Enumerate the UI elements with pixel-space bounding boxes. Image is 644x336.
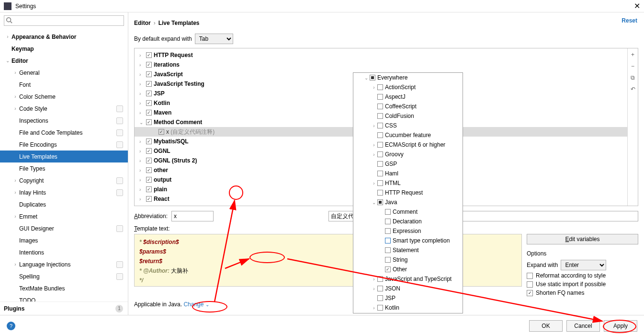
- sidebar-item-gui-designer[interactable]: GUI Designer: [0, 222, 128, 234]
- reformat-checkbox[interactable]: [527, 273, 533, 279]
- context-item-smart-type-completion[interactable]: Smart type completion: [353, 236, 463, 245]
- shorten-fq-checkbox[interactable]: [527, 290, 533, 296]
- template-checkbox[interactable]: [146, 196, 152, 202]
- template-checkbox[interactable]: [146, 62, 152, 68]
- sidebar-item-appearance-behavior[interactable]: ›Appearance & Behavior: [0, 31, 128, 43]
- context-item-other[interactable]: Other: [353, 265, 463, 274]
- context-item-cucumber-feature[interactable]: Cucumber feature: [353, 130, 463, 140]
- ok-button[interactable]: OK: [529, 320, 563, 332]
- context-item-haml[interactable]: Haml: [353, 169, 463, 178]
- sidebar-item-images[interactable]: Images: [0, 234, 128, 246]
- context-item-javascript-and-typescript[interactable]: ›JavaScript and TypeScript: [353, 274, 463, 284]
- template-item[interactable]: ›HTTP Request: [135, 50, 627, 60]
- sidebar-item-file-types[interactable]: File Types: [0, 162, 128, 174]
- context-item-aspectj[interactable]: AspectJ: [353, 92, 463, 102]
- sidebar-item-color-scheme[interactable]: ›Color Scheme: [0, 91, 128, 103]
- context-checkbox[interactable]: [377, 84, 383, 90]
- context-item-statement[interactable]: Statement: [353, 245, 463, 255]
- apply-button[interactable]: Apply: [604, 320, 637, 332]
- sidebar-item-inlay-hints[interactable]: ›Inlay Hints: [0, 186, 128, 198]
- context-checkbox[interactable]: [377, 199, 383, 205]
- context-checkbox[interactable]: [377, 104, 383, 109]
- context-checkbox[interactable]: [377, 180, 383, 186]
- template-checkbox[interactable]: [158, 129, 164, 135]
- context-item-kotlin[interactable]: ›Kotlin: [353, 303, 463, 313]
- template-checkbox[interactable]: [146, 177, 152, 183]
- sidebar-item-intentions[interactable]: Intentions: [0, 246, 128, 258]
- context-checkbox[interactable]: [377, 305, 383, 311]
- context-checkbox[interactable]: [385, 228, 391, 234]
- context-checkbox[interactable]: [377, 295, 383, 301]
- context-checkbox[interactable]: [385, 247, 391, 253]
- sidebar-item-keymap[interactable]: Keymap: [0, 43, 128, 55]
- sidebar-item-duplicates[interactable]: Duplicates: [0, 198, 128, 210]
- template-item[interactable]: ›iterations: [135, 60, 627, 70]
- template-checkbox[interactable]: [146, 148, 152, 154]
- copy-icon[interactable]: ⧉: [631, 74, 635, 81]
- context-item-comment[interactable]: Comment: [353, 207, 463, 217]
- plugins-row[interactable]: Plugins 1: [0, 301, 128, 315]
- template-checkbox[interactable]: [146, 186, 152, 192]
- default-expand-select[interactable]: Tab: [195, 34, 233, 44]
- edit-variables-button[interactable]: Edit variables: [527, 234, 638, 244]
- expand-with-select[interactable]: Enter: [561, 260, 606, 270]
- template-checkbox[interactable]: [146, 71, 152, 77]
- sidebar-item-file-and-code-templates[interactable]: File and Code Templates: [0, 127, 128, 139]
- help-icon[interactable]: ?: [7, 322, 15, 330]
- context-item-http-request[interactable]: HTTP Request: [353, 188, 463, 197]
- undo-icon[interactable]: ↶: [631, 86, 635, 93]
- template-checkbox[interactable]: [146, 91, 152, 96]
- sidebar-item-language-injections[interactable]: ›Language Injections: [0, 258, 128, 270]
- template-checkbox[interactable]: [146, 110, 152, 116]
- context-checkbox[interactable]: [377, 286, 383, 291]
- sidebar-item-emmet[interactable]: ›Emmet: [0, 210, 128, 222]
- context-item-string[interactable]: String: [353, 255, 463, 265]
- context-item-coffeescript[interactable]: CoffeeScript: [353, 102, 463, 111]
- context-item-ecmascript-6-or-higher[interactable]: ›ECMAScript 6 or higher: [353, 140, 463, 150]
- context-checkbox[interactable]: [385, 219, 391, 224]
- context-item-actionscript[interactable]: ›ActionScript: [353, 82, 463, 92]
- context-checkbox[interactable]: [385, 266, 391, 272]
- template-checkbox[interactable]: [146, 139, 152, 144]
- reset-link[interactable]: Reset: [621, 17, 637, 24]
- context-item-java[interactable]: ⌄Java: [353, 197, 463, 207]
- sidebar-item-font[interactable]: Font: [0, 79, 128, 91]
- search-input[interactable]: [4, 15, 124, 26]
- context-checkbox[interactable]: [377, 276, 383, 282]
- context-checkbox[interactable]: [377, 132, 383, 138]
- sidebar-item-file-encodings[interactable]: File Encodings: [0, 139, 128, 151]
- template-checkbox[interactable]: [146, 167, 152, 173]
- template-checkbox[interactable]: [146, 52, 152, 58]
- template-checkbox[interactable]: [146, 158, 152, 163]
- popup-root-row[interactable]: ⌄ Everywhere: [353, 73, 463, 82]
- sidebar-item-todo[interactable]: TODO: [0, 294, 128, 301]
- context-item-expression[interactable]: Expression: [353, 226, 463, 236]
- template-checkbox[interactable]: [146, 100, 152, 106]
- context-checkbox[interactable]: [377, 123, 383, 128]
- close-icon[interactable]: ✕: [634, 1, 640, 11]
- context-item-css[interactable]: ›CSS: [353, 121, 463, 130]
- context-item-gsp[interactable]: GSP: [353, 159, 463, 169]
- context-checkbox[interactable]: [377, 161, 383, 167]
- context-item-jsp[interactable]: JSP: [353, 293, 463, 303]
- sidebar-item-code-style[interactable]: ›Code Style: [0, 103, 128, 115]
- add-icon[interactable]: +: [631, 51, 634, 58]
- abbreviation-input[interactable]: [171, 211, 214, 221]
- context-checkbox[interactable]: [377, 171, 383, 176]
- sidebar-item-live-templates[interactable]: Live Templates: [0, 151, 128, 162]
- context-item-declaration[interactable]: Declaration: [353, 217, 463, 226]
- context-popup[interactable]: ⌄ Everywhere ›ActionScriptAspectJCoffeeS…: [353, 72, 463, 313]
- sidebar-item-copyright[interactable]: ›Copyright: [0, 174, 128, 186]
- remove-icon[interactable]: −: [631, 63, 634, 70]
- context-checkbox[interactable]: [377, 142, 383, 148]
- template-text-editor[interactable]: * $discription$ $params$ $return$ * @Aut…: [134, 234, 522, 287]
- context-checkbox[interactable]: [385, 209, 391, 215]
- context-checkbox[interactable]: [385, 238, 391, 243]
- sidebar-item-spelling[interactable]: Spelling: [0, 270, 128, 282]
- context-checkbox[interactable]: [385, 257, 391, 263]
- template-checkbox[interactable]: [146, 81, 152, 87]
- settings-tree[interactable]: ›Appearance & BehaviorKeymap⌄Editor›Gene…: [0, 29, 128, 301]
- context-item-coldfusion[interactable]: ColdFusion: [353, 111, 463, 121]
- everywhere-checkbox[interactable]: [370, 75, 375, 81]
- sidebar-item-general[interactable]: ›General: [0, 67, 128, 79]
